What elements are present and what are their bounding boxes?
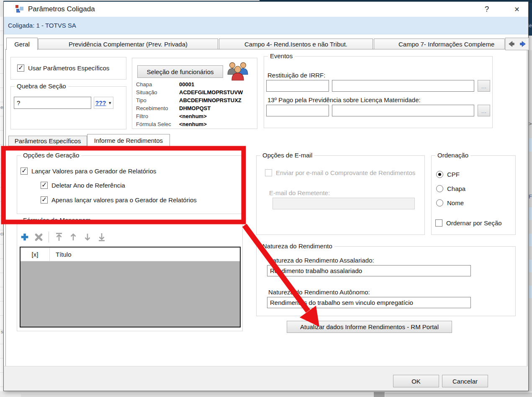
subtab-informe-rendimentos[interactable]: Informe de Rendimentos bbox=[87, 134, 170, 146]
scroll-tabs-left-icon[interactable] bbox=[508, 41, 515, 47]
tab-geral[interactable]: Geral bbox=[6, 38, 38, 50]
group-title: Ordenação bbox=[435, 152, 470, 159]
deletar-ano-checkbox[interactable]: ✓ Deletar Ano de Referência bbox=[41, 182, 125, 189]
usar-parametros-box: ✓ Usar Parâmetros Específicos bbox=[10, 57, 126, 80]
checkbox-checked-icon: ✓ bbox=[41, 182, 48, 189]
quebra-secao-picker-button[interactable]: ??? ▼ bbox=[94, 97, 113, 109]
screenshot-stage: es ci s ié > F Parâmetros Coligada ? ✕ bbox=[0, 0, 532, 397]
cancel-button[interactable]: Cancelar bbox=[442, 375, 488, 387]
subtab-parametros-especificos[interactable]: Parâmetros Específicos bbox=[8, 136, 87, 146]
checkbox-checked-icon: ✓ bbox=[21, 168, 28, 175]
restituicao-irrf-code-input[interactable] bbox=[266, 80, 329, 92]
delete-row-icon[interactable] bbox=[35, 233, 43, 241]
background-text-fragment: s bbox=[1, 329, 3, 334]
background-bottom-band bbox=[385, 393, 532, 397]
email-remetente-input-disabled[interactable] bbox=[272, 198, 415, 209]
move-up-icon[interactable] bbox=[69, 232, 77, 242]
radio-nome[interactable]: Nome bbox=[436, 199, 464, 206]
move-down-icon[interactable] bbox=[83, 232, 92, 242]
checkbox-label: Usar Parâmetros Específicos bbox=[28, 64, 109, 72]
formulas-table-header: [x] Título bbox=[21, 247, 240, 261]
background-bottom-band bbox=[21, 394, 381, 397]
ok-button[interactable]: OK bbox=[393, 375, 439, 387]
selecao-funcionarios-button[interactable]: Seleção de funcionários bbox=[137, 65, 223, 78]
decimo-previdencia-code-input[interactable] bbox=[266, 105, 329, 116]
decimo-previdencia-browse-button[interactable]: ... bbox=[478, 105, 490, 116]
parametros-coligada-dialog: Parâmetros Coligada ? ✕ Coligada: 1 - TO… bbox=[3, 1, 529, 391]
group-title: Opções de Geração bbox=[21, 152, 81, 159]
selecao-row-value: DHMOPQST bbox=[179, 105, 211, 111]
background-bluebar-strip: ié bbox=[528, 3, 532, 36]
restituicao-irrf-browse-button[interactable]: ... bbox=[478, 80, 490, 92]
eventos-group: Eventos Restituição de IRRF: ... 13º Pag… bbox=[264, 56, 493, 128]
decimo-previdencia-desc-input[interactable] bbox=[332, 105, 474, 116]
background-grid-strip-right: > F bbox=[528, 50, 532, 397]
natureza-rendimento-group: Natureza do Rendimento Natureza do Rendi… bbox=[256, 246, 516, 316]
add-row-icon[interactable] bbox=[21, 233, 29, 241]
enviar-email-checkbox-disabled[interactable]: Enviar por e-mail o Comprovante de Rendi… bbox=[265, 169, 416, 176]
quebra-secao-input[interactable]: ? bbox=[14, 97, 91, 109]
employees-group-icon bbox=[226, 61, 249, 82]
coligada-label: Coligada: 1 - TOTVS SA bbox=[8, 22, 76, 29]
group-title: Quebra de Seção bbox=[15, 82, 68, 90]
tab-previdencia-complementar[interactable]: Previdência Complementar (Prev. Privada) bbox=[38, 39, 218, 49]
restituicao-irrf-label: Restituição de IRRF: bbox=[267, 72, 325, 79]
checkbox-label: Apenas lançar valores para o Gerador de … bbox=[51, 196, 197, 204]
selecao-row-value: <nenhum> bbox=[179, 113, 207, 119]
natureza-autonomo-input[interactable]: Rendimentos do trabalho sem vinculo empr… bbox=[267, 297, 471, 308]
background-row bbox=[528, 138, 532, 152]
checkbox-unchecked-icon bbox=[435, 219, 442, 227]
email-remetente-label: E-mail do Remetente: bbox=[269, 189, 330, 196]
lancar-valores-checkbox[interactable]: ✓ Lançar Valores para o Gerador de Relat… bbox=[21, 168, 156, 175]
restituicao-irrf-desc-input[interactable] bbox=[332, 80, 474, 92]
tab-campo4[interactable]: Campo 4- Rend.Isentos e não Tribut. bbox=[219, 39, 373, 49]
tab-campo7[interactable]: Campo 7- Informações Compleme bbox=[374, 39, 505, 49]
checkbox-unchecked-icon bbox=[265, 169, 272, 176]
group-title: Eventos bbox=[268, 52, 295, 59]
picker-label: ??? bbox=[95, 100, 106, 106]
radio-icon bbox=[436, 199, 443, 206]
help-button[interactable]: ? bbox=[480, 3, 493, 15]
column-header-titulo: Título bbox=[50, 251, 72, 258]
move-to-bottom-icon[interactable] bbox=[98, 232, 106, 242]
selecao-row-label: Filtro bbox=[136, 113, 179, 119]
selecao-row: RecebimentoDHMOPQST bbox=[136, 105, 211, 111]
tab-scroller bbox=[505, 38, 529, 50]
atualizar-rm-portal-button[interactable]: Atualizar dados Informe Rendimentos - RM… bbox=[287, 321, 452, 333]
radio-cpf[interactable]: CPF bbox=[436, 171, 460, 178]
checkbox-label: Deletar Ano de Referência bbox=[51, 182, 125, 189]
tab-page-geral: ✓ Usar Parâmetros Específicos Quebra de … bbox=[5, 49, 527, 367]
coligada-bar: Coligada: 1 - TOTVS SA bbox=[4, 17, 528, 34]
opcoes-geracao-group: Opções de Geração ✓ Lançar Valores para … bbox=[17, 155, 243, 214]
background-row bbox=[528, 286, 532, 298]
radio-icon bbox=[436, 185, 443, 192]
ordenar-por-secao-checkbox[interactable]: Ordernar por Seção bbox=[435, 219, 502, 227]
opcoes-email-group: Opções de E-mail Enviar por e-mail o Com… bbox=[256, 155, 425, 235]
selecao-row-value: 00001 bbox=[179, 81, 194, 88]
selecao-row-label: Recebimento bbox=[136, 105, 179, 111]
radio-label: Nome bbox=[447, 199, 464, 206]
natureza-autonomo-label: Natureza do Rendimento Autônomo: bbox=[268, 289, 370, 296]
background-row bbox=[528, 260, 532, 272]
group-title: Opções de E-mail bbox=[260, 152, 314, 159]
group-title: Fórmulas de Mensagem bbox=[21, 217, 93, 224]
usar-parametros-checkbox[interactable]: ✓ Usar Parâmetros Específicos bbox=[17, 64, 109, 72]
move-to-top-icon[interactable] bbox=[55, 232, 63, 242]
selecao-row-value: <nenhum> bbox=[179, 121, 207, 127]
toolbar-separator bbox=[49, 232, 49, 242]
quebra-secao-group: Quebra de Seção ? ??? ▼ bbox=[10, 86, 126, 129]
close-button[interactable]: ✕ bbox=[510, 3, 524, 15]
chevron-down-icon: ▼ bbox=[108, 101, 112, 105]
natureza-assalariado-input[interactable]: Rendimento trabalho assalariado bbox=[267, 265, 471, 276]
selecao-row: Fórmula Selec<nenhum> bbox=[136, 121, 207, 127]
scroll-tabs-right-icon[interactable] bbox=[519, 41, 527, 47]
formulas-mensagem-group: Fórmulas de Mensagem [x] Título bbox=[17, 220, 243, 331]
formulas-table[interactable]: [x] Título bbox=[20, 247, 241, 327]
background-row bbox=[528, 234, 532, 246]
selecao-row-value: ABCDEFIMNOPRSTUXZ bbox=[179, 97, 242, 103]
radio-chapa[interactable]: Chapa bbox=[436, 185, 465, 192]
natureza-assalariado-label: Natureza do Rendimento Assalariado: bbox=[268, 257, 374, 264]
apenas-lancar-checkbox[interactable]: ✓ Apenas lançar valores para o Gerador d… bbox=[41, 196, 197, 204]
background-text-fragment: ié bbox=[528, 23, 532, 28]
ordenacao-group: Ordenação CPF Chapa Nome Ordernar por Se… bbox=[431, 155, 516, 235]
